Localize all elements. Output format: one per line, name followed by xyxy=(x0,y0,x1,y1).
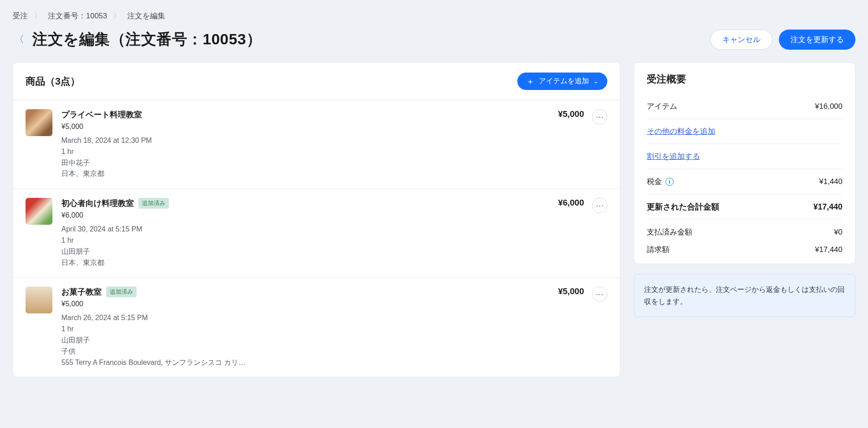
summary-bill-value: ¥17,440 xyxy=(815,245,842,254)
product-customer: 山田朋子 xyxy=(61,335,549,346)
product-name: お菓子教室 xyxy=(61,287,102,297)
summary-updated-total-value: ¥17,440 xyxy=(813,202,842,212)
product-total: ¥5,000 xyxy=(558,287,584,296)
product-duration: 1 hr xyxy=(61,324,549,335)
product-thumbnail xyxy=(26,198,52,225)
update-notice: 注文が更新されたら、注文ページから返金もしくは支払いの回収をします。 xyxy=(634,274,855,317)
summary-paid-label: 支払済み金額 xyxy=(647,227,692,237)
plus-icon: ＋ xyxy=(526,77,534,86)
update-order-button[interactable]: 注文を更新する xyxy=(779,30,855,50)
product-total: ¥6,000 xyxy=(558,198,584,208)
product-unit-price: ¥5,000 xyxy=(61,300,549,308)
more-actions-button[interactable]: ⋯ xyxy=(592,287,607,302)
cancel-button[interactable]: キャンセル xyxy=(710,30,773,50)
breadcrumb: 受注 〉 注文番号：10053 〉 注文を編集 xyxy=(13,11,855,21)
product-location: 555 Terry A Francois Boulevard, サンフランシスコ… xyxy=(61,357,549,368)
add-item-label: アイテムを追加 xyxy=(539,77,589,86)
info-icon[interactable]: i xyxy=(666,178,674,186)
product-duration: 1 hr xyxy=(61,235,549,246)
chevron-right-icon: 〉 xyxy=(113,11,121,21)
product-row: 初心者向け料理教室 追加済み ¥6,000 April 30, 2024 at … xyxy=(13,188,620,277)
dots-icon: ⋯ xyxy=(596,290,604,298)
summary-items-value: ¥16,000 xyxy=(815,102,842,111)
summary-paid-value: ¥0 xyxy=(834,228,842,237)
product-customer: 山田朋子 xyxy=(61,246,549,257)
product-thumbnail xyxy=(26,109,52,136)
order-summary-card: 受注概要 アイテム ¥16,000 その他の料金を追加 割引を追加する xyxy=(634,62,855,264)
summary-items-label: アイテム xyxy=(647,101,677,111)
breadcrumb-orders[interactable]: 受注 xyxy=(13,11,28,21)
summary-tax-label: 税金 xyxy=(647,176,662,187)
product-name: プライベート料理教室 xyxy=(61,109,142,120)
products-title: 商品（3点） xyxy=(26,75,80,88)
added-badge: 追加済み xyxy=(106,287,137,297)
product-date: March 26, 2024 at 5:15 PM xyxy=(61,312,549,324)
product-unit-price: ¥6,000 xyxy=(61,211,549,219)
summary-tax-value: ¥1,440 xyxy=(819,177,842,186)
breadcrumb-order-number[interactable]: 注文番号：10053 xyxy=(48,11,107,21)
dots-icon: ⋯ xyxy=(596,201,604,210)
product-extra: 子供 xyxy=(61,346,549,357)
product-unit-price: ¥5,000 xyxy=(61,123,549,131)
product-total: ¥5,000 xyxy=(558,109,584,119)
product-location: 日本、東京都 xyxy=(61,168,549,180)
more-actions-button[interactable]: ⋯ xyxy=(592,109,607,124)
page-title: 注文を編集（注文番号：10053） xyxy=(32,29,262,50)
added-badge: 追加済み xyxy=(138,198,169,209)
product-row: プライベート料理教室 ¥5,000 March 18, 2024 at 12:3… xyxy=(13,100,620,188)
product-location: 日本、東京都 xyxy=(61,257,549,269)
product-name: 初心者向け料理教室 xyxy=(61,198,134,209)
summary-bill-label: 請求額 xyxy=(647,244,670,255)
product-customer: 田中花子 xyxy=(61,158,549,169)
summary-title: 受注概要 xyxy=(647,73,686,86)
products-card: 商品（3点） ＋ アイテムを追加 ⌄ プライベート料理教室 ¥5,000 xyxy=(13,62,620,377)
breadcrumb-edit: 注文を編集 xyxy=(127,11,165,21)
add-discount-link[interactable]: 割引を追加する xyxy=(647,151,700,162)
add-item-button[interactable]: ＋ アイテムを追加 ⌄ xyxy=(517,73,607,90)
summary-updated-total-label: 更新された合計金額 xyxy=(647,201,719,212)
more-actions-button[interactable]: ⋯ xyxy=(592,198,607,213)
back-arrow-icon[interactable]: 〈 xyxy=(13,31,26,48)
product-date: March 18, 2024 at 12:30 PM xyxy=(61,135,549,146)
product-thumbnail xyxy=(26,287,52,313)
add-other-fee-link[interactable]: その他の料金を追加 xyxy=(647,126,715,137)
product-date: April 30, 2024 at 5:15 PM xyxy=(61,224,549,235)
product-row: お菓子教室 追加済み ¥5,000 March 26, 2024 at 5:15… xyxy=(13,277,620,377)
product-duration: 1 hr xyxy=(61,146,549,158)
dots-icon: ⋯ xyxy=(596,113,604,121)
chevron-down-icon: ⌄ xyxy=(593,78,598,85)
chevron-right-icon: 〉 xyxy=(34,11,42,21)
